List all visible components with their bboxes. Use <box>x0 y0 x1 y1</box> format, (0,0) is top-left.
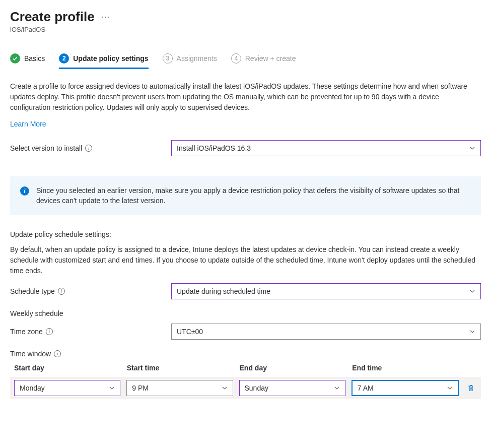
chevron-down-icon <box>469 288 475 294</box>
version-select[interactable]: Install iOS/iPadOS 16.3 <box>171 140 481 156</box>
info-message: Since you selected an earlier version, m… <box>36 185 471 206</box>
schedule-type-select[interactable]: Update during scheduled time <box>171 283 481 299</box>
table-row: Monday 9 PM Sunday 7 AM <box>10 377 481 399</box>
delete-row-button[interactable] <box>465 384 477 392</box>
start-day-select[interactable]: Monday <box>14 380 120 396</box>
wizard-step-basics[interactable]: Basics <box>10 53 45 69</box>
info-icon[interactable]: i <box>85 145 92 152</box>
wizard-step-assignments[interactable]: 3 Assignments <box>163 53 217 69</box>
col-end-day: End day <box>240 364 346 372</box>
col-start-day: Start day <box>14 364 121 372</box>
wizard-step-label: Assignments <box>177 54 217 62</box>
step-number-icon: 4 <box>231 53 241 63</box>
page-title: Create profile <box>10 9 95 25</box>
timezone-select[interactable]: UTC±00 <box>171 324 481 340</box>
info-icon[interactable]: i <box>46 328 53 335</box>
more-actions-button[interactable]: ··· <box>102 12 111 22</box>
wizard-step-label: Review + create <box>245 54 296 62</box>
schedule-heading: Update policy schedule settings: <box>10 230 481 238</box>
select-value: UTC±00 <box>177 328 203 336</box>
page-subtitle: iOS/iPadOS <box>10 26 481 33</box>
timewindow-label: Time window i <box>10 350 171 358</box>
select-value: 9 PM <box>132 384 149 392</box>
info-icon: i <box>20 186 29 196</box>
learn-more-link[interactable]: Learn More <box>10 120 46 128</box>
checkmark-icon <box>10 53 20 63</box>
schedule-paragraph: By default, when an update policy is ass… <box>10 244 481 276</box>
start-time-select[interactable]: 9 PM <box>126 380 233 396</box>
select-value: Install iOS/iPadOS 16.3 <box>177 144 251 152</box>
chevron-down-icon <box>447 385 453 391</box>
chevron-down-icon <box>469 329 475 335</box>
time-window-table: Start day Start time End day End time Mo… <box>10 364 481 399</box>
chevron-down-icon <box>109 385 115 391</box>
select-value: Sunday <box>245 384 268 392</box>
chevron-down-icon <box>334 385 340 391</box>
col-start-time: Start time <box>127 364 234 372</box>
col-end-time: End time <box>352 364 459 372</box>
wizard-step-label: Basics <box>24 54 45 62</box>
select-value: Monday <box>20 384 45 392</box>
info-callout: i Since you selected an earlier version,… <box>10 176 481 215</box>
version-label: Select version to install i <box>10 144 171 152</box>
trash-icon <box>467 384 475 392</box>
schedule-type-label: Schedule type i <box>10 287 171 295</box>
step-number-icon: 3 <box>163 53 173 63</box>
info-icon[interactable]: i <box>54 350 61 357</box>
chevron-down-icon <box>222 385 228 391</box>
select-value: Update during scheduled time <box>177 287 270 295</box>
wizard-steps: Basics 2 Update policy settings 3 Assign… <box>10 53 481 69</box>
step-number-icon: 2 <box>59 53 69 63</box>
wizard-step-update-policy[interactable]: 2 Update policy settings <box>59 53 148 69</box>
info-icon[interactable]: i <box>58 288 65 295</box>
wizard-step-label: Update policy settings <box>73 54 148 62</box>
chevron-down-icon <box>469 145 475 151</box>
weekly-schedule-heading: Weekly schedule <box>10 309 481 317</box>
select-value: 7 AM <box>358 384 374 392</box>
intro-paragraph: Create a profile to force assigned devic… <box>10 81 481 113</box>
end-time-select[interactable]: 7 AM <box>352 380 459 396</box>
timezone-label: Time zone i <box>10 328 171 336</box>
end-day-select[interactable]: Sunday <box>239 380 345 396</box>
wizard-step-review[interactable]: 4 Review + create <box>231 53 296 69</box>
